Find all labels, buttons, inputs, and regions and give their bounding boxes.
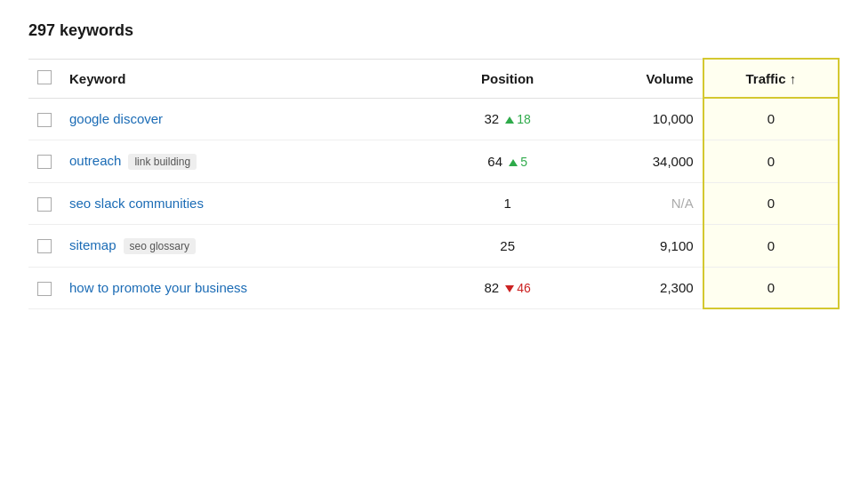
- keyword-cell: seo slack communities: [60, 182, 439, 224]
- arrow-up-icon: [509, 159, 518, 166]
- position-cell: 1: [439, 182, 575, 224]
- table-row: sitemapseo glossary25 9,1000: [28, 224, 839, 267]
- position-change: 18: [517, 112, 531, 126]
- keywords-table: Keyword Position Volume Traffic ↑ google…: [28, 58, 840, 309]
- header-traffic[interactable]: Traffic ↑: [703, 59, 839, 98]
- keyword-cell: google discover: [60, 98, 439, 140]
- volume-cell: 2,300: [575, 267, 703, 308]
- header-keyword: Keyword: [60, 59, 439, 98]
- row-checkbox[interactable]: [37, 197, 52, 212]
- keyword-link[interactable]: outreach: [69, 153, 121, 168]
- table-row: outreachlink building64 534,0000: [28, 140, 839, 182]
- traffic-cell: 0: [703, 224, 839, 267]
- position-cell: 82 46: [439, 267, 575, 308]
- row-checkbox-cell: [28, 267, 60, 308]
- row-checkbox-cell: [28, 224, 60, 267]
- header-volume[interactable]: Volume: [575, 59, 703, 98]
- position-change: 46: [517, 281, 531, 295]
- volume-cell: 34,000: [575, 140, 703, 182]
- header-checkbox-cell: [28, 59, 60, 98]
- volume-cell: 9,100: [575, 224, 703, 267]
- row-checkbox-cell: [28, 182, 60, 224]
- arrow-down-icon: [505, 285, 514, 292]
- row-checkbox[interactable]: [37, 282, 52, 296]
- keyword-cell: sitemapseo glossary: [60, 224, 439, 267]
- traffic-cell: 0: [703, 267, 839, 308]
- header-position[interactable]: Position: [439, 59, 575, 98]
- volume-cell: 10,000: [575, 98, 703, 140]
- table-row: google discover32 1810,0000: [28, 98, 839, 140]
- row-checkbox[interactable]: [37, 155, 52, 169]
- position-cell: 25: [439, 224, 575, 267]
- keyword-link[interactable]: sitemap: [69, 237, 117, 252]
- keyword-link[interactable]: seo slack communities: [69, 196, 204, 211]
- position-cell: 32 18: [439, 98, 575, 140]
- row-checkbox-cell: [28, 98, 60, 140]
- traffic-cell: 0: [703, 98, 839, 140]
- keyword-tag: seo glossary: [124, 238, 196, 254]
- page-title: 297 keywords: [28, 21, 840, 40]
- position-cell: 64 5: [439, 140, 575, 182]
- row-checkbox[interactable]: [37, 239, 52, 253]
- keyword-tag: link building: [128, 154, 197, 170]
- table-row: seo slack communities1 N/A0: [28, 182, 839, 224]
- table-row: how to promote your business82 462,3000: [28, 267, 839, 308]
- keyword-link[interactable]: how to promote your business: [69, 280, 247, 295]
- position-change: 5: [520, 155, 527, 169]
- volume-cell: N/A: [575, 182, 703, 224]
- select-all-checkbox[interactable]: [37, 70, 52, 84]
- traffic-cell: 0: [703, 182, 839, 224]
- keyword-link[interactable]: google discover: [69, 111, 163, 126]
- traffic-cell: 0: [703, 140, 839, 182]
- arrow-up-icon: [505, 116, 514, 124]
- row-checkbox[interactable]: [37, 113, 52, 127]
- row-checkbox-cell: [28, 140, 60, 182]
- keyword-cell: how to promote your business: [60, 267, 439, 308]
- keyword-cell: outreachlink building: [60, 140, 439, 182]
